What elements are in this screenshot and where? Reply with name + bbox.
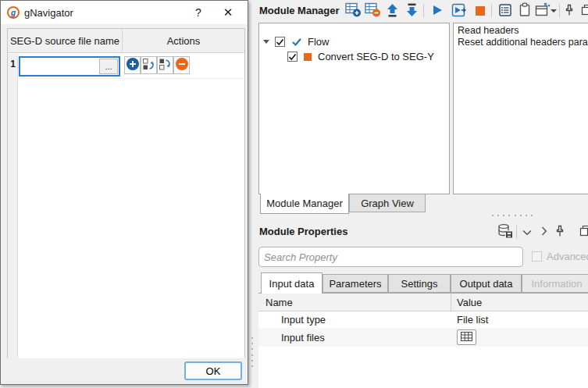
ok-button[interactable]: OK — [184, 361, 242, 380]
move-top-button[interactable] — [383, 2, 401, 20]
tab-graph-view[interactable]: Graph View — [349, 194, 426, 212]
pin-icon — [555, 225, 565, 240]
float-icon — [581, 4, 588, 19]
tab-settings[interactable]: Settings — [388, 274, 451, 293]
dialog-close-button[interactable]: ✕ — [215, 1, 241, 24]
flow-label: Flow — [308, 36, 329, 48]
gnavigator-logo-icon: g — [7, 6, 20, 19]
remove-row-button[interactable] — [173, 56, 190, 74]
module-label: Convert SEG-D to SEG-Y — [318, 51, 434, 62]
module-checkbox[interactable] — [287, 52, 298, 62]
search-property-input[interactable] — [264, 251, 518, 263]
flow-tree-pane: Flow Convert SEG-D to SEG-Y — [258, 23, 450, 194]
chevron-down-icon — [522, 226, 532, 238]
filename-field-wrap: ... — [19, 56, 120, 77]
stop-icon — [476, 6, 485, 16]
property-row-input-files: Input files — [258, 328, 588, 347]
horizontal-splitter-handle[interactable] — [492, 214, 533, 217]
search-property-box — [258, 247, 523, 267]
expander-icon[interactable] — [263, 40, 269, 44]
module-properties-title: Module Properties — [259, 226, 347, 237]
pin-panel-button[interactable] — [561, 2, 577, 20]
row-number-gutter — [8, 54, 18, 359]
tab-module-manager[interactable]: Module Manager — [260, 194, 349, 214]
tab-output-data[interactable]: Output data — [451, 274, 522, 293]
property-name: Input type — [258, 314, 451, 326]
move-row-up-button[interactable] — [141, 56, 157, 74]
paste-icon — [519, 2, 531, 20]
column-header-value: Value — [451, 294, 588, 311]
toolbar-separator — [491, 4, 492, 17]
dialog-title: gNavigator — [24, 7, 73, 19]
vertical-splitter-handle[interactable] — [251, 337, 254, 367]
float-icon — [579, 225, 588, 240]
remove-module-icon — [365, 2, 381, 20]
tree-row-flow[interactable]: Flow — [259, 34, 449, 49]
database-save-button[interactable] — [497, 223, 514, 240]
property-name: Input files — [258, 332, 451, 344]
run-flow-button[interactable] — [450, 2, 469, 20]
property-row-input-type: Input type File list — [258, 311, 588, 328]
toolbar-separator — [423, 4, 424, 17]
move-top-icon — [386, 2, 399, 20]
advanced-checkbox — [532, 251, 542, 262]
input-files-table-button[interactable] — [457, 329, 476, 345]
flow-log-icon — [498, 3, 512, 20]
tab-input-data[interactable]: Input data — [261, 272, 323, 294]
run-button[interactable] — [428, 2, 447, 20]
move-bottom-button[interactable] — [402, 2, 421, 20]
database-save-icon — [497, 223, 513, 241]
module-manager-title: Module Manager — [259, 5, 340, 16]
column-header-name: Name — [258, 294, 451, 311]
dialog-help-button[interactable]: ? — [185, 1, 212, 24]
segd-file-table: SEG-D source file name Actions 1 ... — [7, 28, 245, 360]
move-row-up-icon — [142, 58, 155, 73]
property-value[interactable]: File list — [451, 314, 588, 326]
table-grid-icon — [461, 332, 472, 344]
toolbar-separator — [559, 4, 560, 17]
move-row-down-button[interactable] — [157, 56, 173, 74]
paste-button[interactable] — [515, 2, 534, 20]
float-panel-button[interactable] — [578, 223, 588, 240]
window-position-dropdown[interactable] — [548, 2, 559, 20]
remove-module-button[interactable] — [363, 2, 382, 20]
tab-parameters[interactable]: Parameters — [323, 274, 388, 293]
column-header-filename: SEG-D source file name — [8, 29, 123, 52]
step-item[interactable]: Reset additional headers params — [458, 37, 588, 48]
row-action-buttons — [124, 56, 190, 74]
dialog-footer: OK — [1, 358, 248, 384]
row-number: 1 — [8, 59, 18, 69]
row-divider — [19, 78, 243, 79]
move-row-down-icon — [159, 58, 172, 73]
tree-row-module[interactable]: Convert SEG-D to SEG-Y — [259, 49, 449, 64]
add-row-button[interactable] — [124, 56, 141, 74]
chevron-right-icon — [541, 226, 547, 238]
add-module-button[interactable] — [344, 2, 362, 20]
segd-table-body: 1 ... — [8, 54, 244, 359]
dialog-titlebar[interactable]: g gNavigator ? ✕ — [1, 1, 248, 24]
flow-status-check-icon — [291, 37, 302, 47]
run-icon — [431, 4, 444, 19]
column-header-actions: Actions — [123, 29, 244, 52]
collapse-button[interactable] — [520, 223, 534, 240]
segd-table-header: SEG-D source file name Actions — [8, 29, 244, 53]
advanced-label: Advanced — [547, 251, 588, 262]
run-flow-icon — [451, 3, 467, 20]
remove-row-icon — [175, 57, 189, 73]
flow-checkbox[interactable] — [275, 37, 285, 47]
stop-button[interactable] — [471, 2, 490, 20]
step-item[interactable]: Read headers — [458, 25, 588, 37]
expand-button[interactable] — [537, 223, 551, 240]
browse-button[interactable]: ... — [99, 59, 118, 74]
segd-filename-input[interactable] — [20, 58, 98, 75]
move-bottom-icon — [405, 2, 419, 20]
gnavigator-dialog: g gNavigator ? ✕ SEG-D source file name … — [0, 0, 248, 385]
flow-log-button[interactable] — [496, 2, 515, 20]
float-panel-button[interactable] — [579, 2, 588, 20]
pin-panel-button[interactable] — [553, 223, 567, 240]
tab-information: Information — [522, 274, 588, 293]
property-grid-header: Name Value — [258, 294, 588, 311]
add-module-icon — [345, 2, 362, 20]
toolbar-separator — [516, 226, 517, 239]
pin-icon — [565, 4, 574, 19]
